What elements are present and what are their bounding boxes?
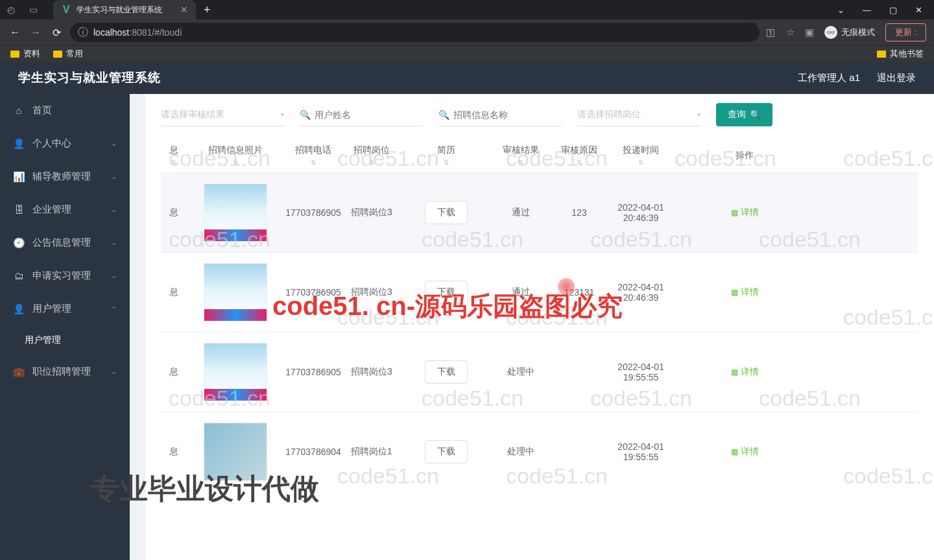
sort-icon[interactable]: ⇅ [171,159,176,166]
menu-icon: 🗂 [13,270,25,281]
info-icon: ⓘ [78,26,88,40]
close-icon[interactable]: ✕ [180,5,188,15]
sidebar-item[interactable]: ⌂首页 [0,94,130,127]
download-button[interactable]: 下载 [425,201,468,224]
maximize-button[interactable]: ▢ [889,5,897,15]
bookmark-item[interactable]: 常用 [53,48,83,60]
filter-bar: 请选择审核结果▾ 🔍 🔍 请选择招聘岗位▾ 查询🔍 [161,103,918,126]
forward-button[interactable]: → [29,27,43,38]
menu-label: 个人中心 [32,137,71,150]
job-select[interactable]: 请选择招聘岗位▾ [577,103,700,126]
recruit-name-input[interactable]: 🔍 [438,103,562,126]
sidebar-subitem[interactable]: 用户管理 [0,325,130,355]
current-user[interactable]: 工作管理人 a1 [798,72,860,84]
chevron-down-icon: ⌄ [111,172,117,181]
detail-link[interactable]: ▦详情 [731,207,759,218]
cell-time: 2022-04-01 20:46:39 [608,202,673,223]
back-button[interactable]: ← [8,27,22,38]
sidebar-item[interactable]: 🕘公告信息管理⌄ [0,226,130,259]
url-input[interactable]: ⓘ localhost:8081/#/toudi [70,23,760,42]
sidebar-item[interactable]: 🗂申请实习管理⌄ [0,259,130,292]
query-button[interactable]: 查询🔍 [716,103,772,126]
incognito-icon: 👓 [824,26,837,39]
cell-photo [187,423,284,481]
detail-link[interactable]: ▦详情 [731,286,759,298]
key-icon[interactable]: ⚿ [766,27,776,38]
sidebar-item[interactable]: 👤用户管理⌄ [0,292,130,325]
sort-icon[interactable]: ⇅ [233,159,238,166]
cell-xi: 息 [161,286,187,298]
table-row: 息 17703786905 招聘岗位3 下载 处理中 2022-04-01 19… [161,332,918,412]
chevron-down-icon: ▾ [697,111,700,118]
sidebar-item[interactable]: 🗄企业管理⌄ [0,193,130,226]
url-text: localhost:8081/#/toudi [93,27,182,38]
cell-photo [187,183,284,242]
table-row: 息 17703786905 招聘岗位3 下载 通过 123131 2022-04… [161,252,918,332]
cell-reason: 123 [550,207,608,218]
close-window-button[interactable]: ✕ [915,5,922,15]
chevron-down-icon: ⌄ [111,368,117,376]
history-icon[interactable]: ◴ [0,1,22,18]
bookmark-bar: 资料 常用 其他书签 [0,45,934,62]
cell-job: 招聘岗位3 [342,207,401,218]
chevron-down-icon[interactable]: ⌄ [837,5,844,15]
cell-xi: 息 [161,366,187,378]
detail-link[interactable]: ▦详情 [731,366,759,378]
cell-time: 2022-04-01 19:55:55 [608,362,673,382]
search-icon: 🔍 [300,110,311,120]
logout-link[interactable]: 退出登录 [877,72,916,84]
main-content: 请选择审核结果▾ 🔍 🔍 请选择招聘岗位▾ 查询🔍 [130,94,934,560]
username-input[interactable]: 🔍 [300,103,423,126]
download-button[interactable]: 下载 [425,281,468,304]
browser-tab[interactable]: V 学生实习与就业管理系统 ✕ [53,0,196,19]
audit-result-select[interactable]: 请选择审核结果▾ [161,103,284,126]
download-button[interactable]: 下载 [425,360,468,384]
sidebar: ⌂首页👤个人中心⌄📊辅导教师管理⌄🗄企业管理⌄🕘公告信息管理⌄🗂申请实习管理⌄👤… [0,94,130,560]
menu-label: 公告信息管理 [32,237,91,249]
cell-result: 处理中 [492,366,550,378]
cell-job: 招聘岗位3 [342,366,401,378]
minimize-button[interactable]: — [863,5,871,15]
cell-phone: 17703786905 [284,287,342,298]
window-controls: ⌄ — ▢ ✕ [837,5,934,15]
bookmark-item[interactable]: 资料 [10,48,40,60]
menu-icon: ⌂ [13,105,25,116]
new-tab-button[interactable]: + [196,3,219,17]
sort-icon[interactable]: ⇅ [311,159,316,166]
detail-icon: ▦ [731,288,738,297]
extension-icon[interactable]: ▣ [805,27,814,38]
sort-icon[interactable]: ⇅ [369,159,374,166]
menu-icon: 🕘 [13,237,25,249]
sidebar-item[interactable]: 📊辅导教师管理⌄ [0,160,130,193]
chevron-down-icon: ⌄ [111,205,117,214]
app-icon[interactable]: ▭ [22,1,44,18]
sort-icon[interactable]: ⇅ [444,159,449,166]
reload-button[interactable]: ⟳ [49,27,64,39]
incognito-badge: 👓 无痕模式 [824,26,875,39]
recruit-photo [204,423,267,481]
menu-icon: 📊 [13,171,25,183]
cell-phone: 17703786905 [284,367,342,377]
detail-icon: ▦ [731,447,738,456]
recruit-photo [204,343,267,401]
search-icon: 🔍 [438,110,449,120]
menu-label: 辅导教师管理 [32,170,91,183]
sidebar-item[interactable]: 👤个人中心⌄ [0,127,130,160]
menu-icon: 🗄 [13,204,25,215]
chevron-down-icon: ⌄ [111,139,117,148]
sort-icon[interactable]: ⇅ [518,159,523,166]
sidebar-item[interactable]: 💼职位招聘管理⌄ [0,355,130,388]
sort-icon[interactable]: ⇅ [577,159,582,166]
cell-phone: 17703786904 [284,447,342,457]
cell-result: 处理中 [492,446,550,458]
sort-icon[interactable]: ⇅ [638,159,643,166]
menu-label: 申请实习管理 [32,270,91,282]
other-bookmarks[interactable]: 其他书签 [877,48,924,60]
update-button[interactable]: 更新 : [885,23,926,41]
download-button[interactable]: 下载 [425,440,468,463]
recruit-photo [204,263,267,321]
detail-link[interactable]: ▦详情 [731,446,759,458]
app-header: 学生实习与就业管理系统 工作管理人 a1 退出登录 [0,62,934,94]
star-icon[interactable]: ☆ [786,27,795,38]
detail-icon: ▦ [731,208,738,217]
